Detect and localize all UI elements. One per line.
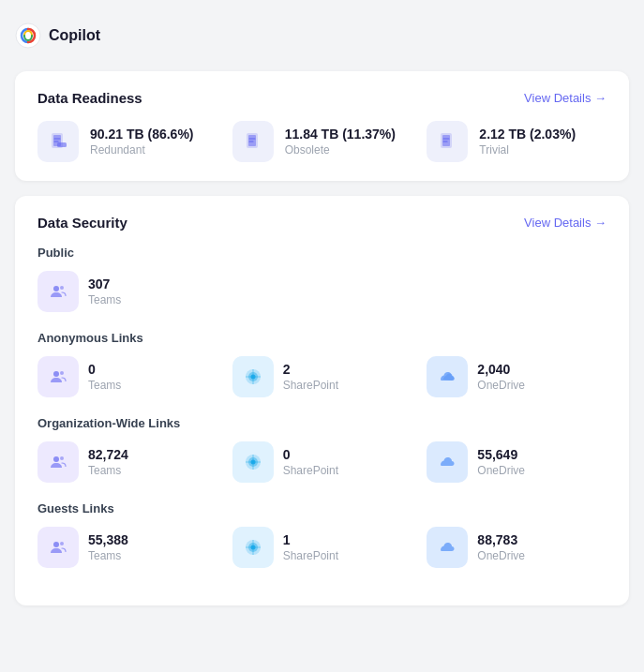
guests-links-label: Guests Links: [37, 501, 607, 515]
readiness-label-0: Redundant: [90, 143, 194, 157]
stat-value-guests-teams: 55,388: [88, 532, 128, 547]
teams-icon-box-2: [37, 356, 79, 397]
teams-icon-box-4: [37, 527, 79, 568]
data-security-title: Data Security: [37, 215, 127, 231]
stat-value-public-teams: 307: [88, 276, 121, 291]
stat-org-teams: 82,724 Teams: [37, 441, 217, 483]
stat-info-org-sharepoint: 0 SharePoint: [283, 447, 338, 477]
stat-label-org-onedrive: OneDrive: [477, 464, 525, 477]
data-readiness-card: Data Readiness View Details → 90.21 TB (…: [15, 71, 629, 181]
teams-icon-box-3: [37, 441, 79, 483]
readiness-info-1: 11.84 TB (11.37%) Obsolete: [285, 127, 396, 157]
teams-icon-box: [37, 271, 79, 312]
readiness-item-1: 11.84 TB (11.37%) Obsolete: [232, 121, 412, 162]
svg-point-8: [53, 286, 59, 291]
stat-label-guests-sharepoint: SharePoint: [283, 549, 338, 562]
onedrive-icon-box-3: [427, 527, 468, 568]
stat-public-teams: 307 Teams: [37, 271, 607, 312]
public-stats: 307 Teams: [37, 271, 607, 312]
readiness-icon-0: [37, 121, 79, 162]
stat-label-org-sharepoint: SharePoint: [283, 464, 338, 477]
svg-point-16: [60, 456, 64, 460]
document-icon-2: [243, 131, 263, 152]
stat-value-org-sharepoint: 0: [283, 447, 338, 462]
stat-info-anon-onedrive: 2,040 OneDrive: [477, 362, 525, 392]
app-title: Copilot: [49, 27, 100, 44]
readiness-item-2: 2.12 TB (2.03%) Trivial: [427, 121, 607, 162]
stat-info-guests-teams: 55,388 Teams: [88, 532, 128, 562]
teams-icon-3: [48, 452, 68, 472]
stat-value-guests-sharepoint: 1: [283, 532, 338, 547]
data-security-header: Data Security View Details →: [37, 215, 607, 231]
svg-point-9: [60, 286, 64, 290]
sharepoint-icon-box-3: [232, 527, 274, 568]
teams-icon-4: [48, 537, 68, 558]
svg-point-15: [53, 456, 59, 462]
org-links-label: Organization-Wide Links: [37, 416, 607, 430]
readiness-info-2: 2.12 TB (2.03%) Trivial: [479, 127, 576, 157]
copilot-logo-icon: [15, 22, 41, 49]
stat-label-anon-onedrive: OneDrive: [477, 379, 525, 392]
guests-links-stats: 55,388 Teams 1 SharePoint: [37, 527, 607, 568]
stat-label-anon-sharepoint: SharePoint: [283, 379, 338, 392]
sharepoint-icon-3: [243, 537, 263, 558]
teams-icon: [48, 281, 68, 302]
stat-info-anon-teams: 0 Teams: [88, 362, 121, 392]
svg-rect-5: [248, 135, 256, 146]
readiness-icon-1: [232, 121, 274, 162]
data-security-card: Data Security View Details → Public 307 …: [15, 196, 629, 605]
readiness-items-row: 90.21 TB (86.6%) Redundant 11.84 TB (11.…: [37, 121, 607, 162]
stat-anon-sharepoint: 2 SharePoint: [232, 356, 412, 397]
svg-point-10: [53, 371, 59, 377]
readiness-label-1: Obsolete: [285, 143, 396, 157]
readiness-value-0: 90.21 TB (86.6%): [90, 127, 194, 142]
data-readiness-header: Data Readiness View Details →: [37, 90, 607, 106]
sharepoint-icon-box: [232, 356, 274, 397]
stat-value-org-onedrive: 55,649: [477, 447, 525, 462]
org-links-section: Organization-Wide Links 82,724 Teams: [37, 416, 607, 483]
teams-icon-2: [48, 366, 68, 387]
stat-anon-teams: 0 Teams: [37, 356, 217, 397]
stat-value-anon-onedrive: 2,040: [477, 362, 525, 377]
anonymous-links-label: Anonymous Links: [37, 331, 607, 345]
stat-guests-onedrive: 88,783 OneDrive: [427, 527, 607, 568]
sharepoint-icon-2: [243, 452, 263, 472]
org-links-stats: 82,724 Teams 0 SharePoint: [37, 441, 607, 483]
stat-label-public-teams: Teams: [88, 293, 121, 306]
public-section: Public 307 Teams: [37, 246, 607, 312]
readiness-info-0: 90.21 TB (86.6%) Redundant: [90, 127, 194, 157]
stat-value-anon-teams: 0: [88, 362, 121, 377]
stat-value-org-teams: 82,724: [88, 447, 128, 462]
stat-guests-teams: 55,388 Teams: [37, 527, 217, 568]
stat-guests-sharepoint: 1 SharePoint: [232, 527, 412, 568]
stat-info-guests-sharepoint: 1 SharePoint: [283, 532, 338, 562]
onedrive-icon: [437, 366, 457, 387]
onedrive-icon-box-2: [427, 441, 468, 483]
svg-point-11: [60, 371, 64, 375]
readiness-icon-2: [427, 121, 468, 162]
guests-links-section: Guests Links 55,388 Teams: [37, 501, 607, 568]
app-header: Copilot: [15, 15, 629, 56]
anonymous-links-section: Anonymous Links 0 Teams: [37, 331, 607, 397]
data-readiness-title: Data Readiness: [37, 90, 142, 106]
document-icon-3: [437, 131, 457, 152]
onedrive-icon-3: [437, 537, 457, 558]
onedrive-icon-box: [427, 356, 468, 397]
sharepoint-icon-box-2: [232, 441, 274, 483]
data-security-view-details[interactable]: View Details →: [524, 216, 607, 230]
stat-value-guests-onedrive: 88,783: [477, 532, 525, 547]
readiness-value-1: 11.84 TB (11.37%): [285, 127, 396, 142]
stat-value-anon-sharepoint: 2: [283, 362, 338, 377]
stat-anon-onedrive: 2,040 OneDrive: [427, 356, 607, 397]
public-label: Public: [37, 246, 607, 260]
svg-rect-7: [442, 135, 450, 146]
readiness-value-2: 2.12 TB (2.03%): [479, 127, 576, 142]
stat-label-guests-onedrive: OneDrive: [477, 549, 525, 562]
stat-info-guests-onedrive: 88,783 OneDrive: [477, 532, 525, 562]
data-readiness-view-details[interactable]: View Details →: [524, 91, 607, 105]
stat-label-anon-teams: Teams: [88, 379, 121, 392]
readiness-label-2: Trivial: [479, 143, 576, 157]
stat-label-org-teams: Teams: [88, 464, 128, 477]
stat-label-guests-teams: Teams: [88, 549, 128, 562]
svg-point-21: [60, 542, 64, 545]
